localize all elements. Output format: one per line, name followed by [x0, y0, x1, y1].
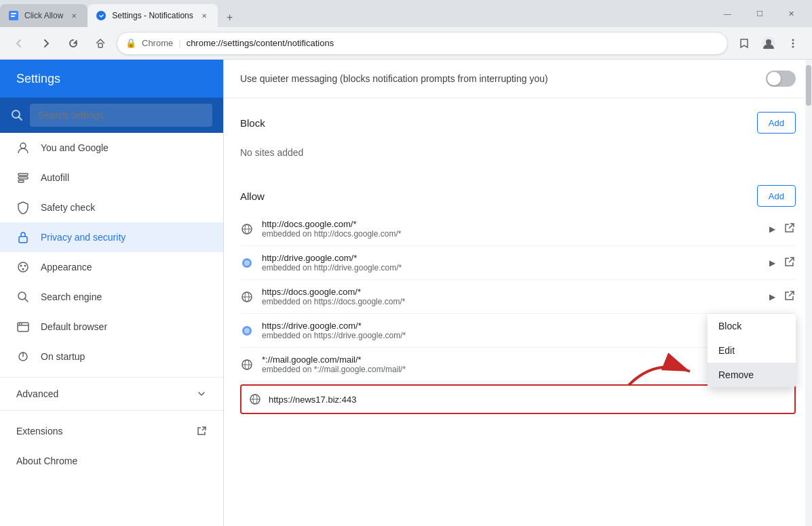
- account-button[interactable]: [758, 33, 779, 54]
- sidebar-item-about-chrome[interactable]: About Chrome: [0, 446, 223, 476]
- sidebar-item-autofill[interactable]: Autofill: [0, 163, 223, 193]
- nav-divider-1: [0, 377, 223, 378]
- right-content: Use quieter messaging (blocks notificati…: [224, 60, 812, 526]
- toggle-thumb: [767, 72, 781, 85]
- block-add-button[interactable]: Add: [757, 112, 796, 134]
- site0-url: http://docs.google.com/*: [262, 219, 761, 229]
- sidebar-item-appearance[interactable]: Appearance: [0, 252, 223, 282]
- external-link-icon: [196, 426, 207, 437]
- home-button[interactable]: [90, 33, 111, 54]
- svg-rect-16: [19, 237, 27, 243]
- site5-url: https://news17.biz:443: [269, 394, 788, 405]
- sidebar-item-safety-check[interactable]: Safety check: [0, 193, 223, 222]
- site3-embedded: embedded on https://drive.google.com/*: [262, 331, 761, 340]
- forward-button[interactable]: [35, 33, 57, 54]
- power-icon: [16, 350, 30, 363]
- svg-point-6: [766, 39, 771, 45]
- block-header: Block Add: [240, 112, 796, 134]
- svg-rect-13: [18, 174, 28, 176]
- svg-point-25: [19, 323, 20, 325]
- tab2-close[interactable]: ✕: [199, 10, 210, 21]
- tab-settings-notifications[interactable]: Settings - Notifications ✕: [88, 4, 217, 27]
- tab-click-allow[interactable]: Click Allow ✕: [0, 4, 88, 27]
- scrollbar-thumb[interactable]: [806, 65, 811, 106]
- allow-add-button[interactable]: Add: [757, 185, 796, 207]
- svg-point-17: [18, 262, 28, 272]
- svg-point-8: [792, 42, 794, 44]
- settings-search-input[interactable]: [30, 104, 212, 127]
- settings-search-bar: [0, 98, 223, 133]
- new-tab-button[interactable]: +: [220, 8, 239, 27]
- svg-rect-15: [18, 180, 24, 182]
- sidebar-item-search-engine[interactable]: Search engine: [0, 282, 223, 312]
- quieter-messaging-toggle[interactable]: [766, 70, 796, 87]
- allow-title: Allow: [240, 190, 757, 202]
- sidebar-item-you-and-google[interactable]: You and Google: [0, 133, 223, 163]
- site2-icon: [240, 290, 254, 304]
- lock-icon: 🔒: [125, 38, 136, 48]
- site2-arrow-icon: ▶: [769, 292, 775, 302]
- sidebar-item-default-browser[interactable]: Default browser: [0, 312, 223, 342]
- site1-icon: [240, 256, 254, 270]
- svg-line-35: [789, 258, 794, 262]
- safety-check-label: Safety check: [41, 202, 207, 213]
- bookmark-button[interactable]: [733, 33, 755, 54]
- svg-line-39: [789, 291, 794, 296]
- tab1-favicon: [8, 10, 19, 21]
- left-sidebar: Settings You and Google Autofill: [0, 60, 224, 526]
- title-bar: Click Allow ✕ Settings - Notifications ✕…: [0, 0, 812, 27]
- omnibox[interactable]: 🔒 Chrome | chrome://settings/content/not…: [117, 32, 728, 55]
- svg-rect-1: [11, 13, 16, 14]
- maximize-button[interactable]: ☐: [744, 3, 775, 24]
- site4-icon: [240, 358, 254, 371]
- chrome-menu-button[interactable]: [782, 33, 804, 54]
- svg-point-18: [20, 265, 22, 267]
- tab1-close[interactable]: ✕: [69, 10, 79, 21]
- site2-ext-icon: [784, 289, 796, 304]
- extensions-label: Extensions: [16, 426, 185, 437]
- close-button[interactable]: ✕: [776, 3, 807, 24]
- scrollbar-track[interactable]: [805, 60, 812, 526]
- context-menu-remove[interactable]: Remove: [708, 363, 796, 387]
- site-row-5-highlighted: https://news17.biz:443: [240, 384, 796, 414]
- omnibox-separator: |: [178, 38, 180, 48]
- quieter-messaging-row: Use quieter messaging (blocks notificati…: [224, 60, 812, 98]
- block-title: Block: [240, 117, 757, 129]
- site2-info: https://docs.google.com/* embedded on ht…: [262, 287, 761, 306]
- sidebar-item-extensions[interactable]: Extensions: [0, 416, 223, 446]
- site1-url: http://drive.google.com/*: [262, 253, 761, 263]
- site1-arrow-icon: ▶: [769, 258, 775, 268]
- advanced-label: Advanced: [16, 388, 58, 399]
- search-engine-label: Search engine: [41, 291, 207, 302]
- person-icon: [16, 141, 30, 155]
- context-menu-edit[interactable]: Edit: [708, 338, 796, 363]
- site2-url: https://docs.google.com/*: [262, 287, 761, 297]
- reload-button[interactable]: [62, 33, 84, 54]
- site-row-2: https://docs.google.com/* embedded on ht…: [240, 280, 796, 314]
- minimize-button[interactable]: —: [712, 3, 743, 24]
- site-row-1: http://drive.google.com/* embedded on ht…: [240, 246, 796, 280]
- svg-point-3: [96, 11, 106, 20]
- app-layout: Settings You and Google Autofill: [0, 60, 812, 526]
- red-arrow-annotation: [622, 351, 703, 394]
- site1-info: http://drive.google.com/* embedded on ht…: [262, 253, 761, 272]
- sidebar-item-on-startup[interactable]: On startup: [0, 342, 223, 371]
- back-button[interactable]: [8, 33, 30, 54]
- palette-icon: [16, 260, 30, 274]
- site2-embedded: embedded on https://docs.google.com/*: [262, 297, 761, 306]
- site0-arrow-icon: ▶: [769, 224, 775, 234]
- no-sites-text: No sites added: [240, 142, 796, 171]
- omnibox-url: chrome://settings/content/notifications: [187, 38, 719, 48]
- site0-icon: [240, 222, 254, 236]
- svg-point-20: [22, 268, 24, 270]
- advanced-section[interactable]: Advanced: [0, 383, 223, 405]
- site0-ext-icon: [784, 222, 796, 236]
- context-menu-block[interactable]: Block: [708, 314, 796, 338]
- svg-line-32: [789, 224, 794, 228]
- appearance-label: Appearance: [41, 262, 207, 272]
- site-name: Chrome: [142, 38, 173, 48]
- sidebar-item-privacy-security[interactable]: Privacy and security: [0, 222, 223, 252]
- svg-point-9: [792, 45, 794, 47]
- address-bar: 🔒 Chrome | chrome://settings/content/not…: [0, 27, 812, 60]
- quieter-messaging-label: Use quieter messaging (blocks notificati…: [240, 73, 766, 84]
